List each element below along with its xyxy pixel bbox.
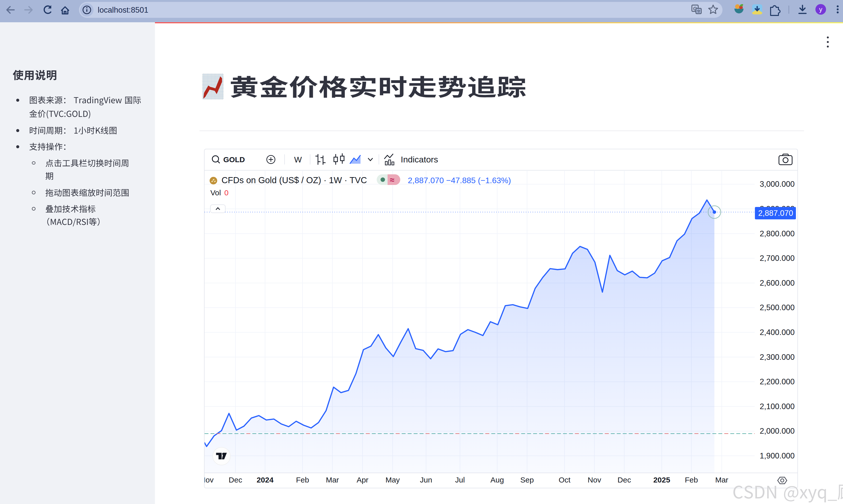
svg-text:Jun: Jun (420, 475, 432, 484)
svg-text:3,000.000: 3,000.000 (760, 179, 795, 188)
svg-text:W: W (294, 155, 302, 164)
svg-text:2,000.000: 2,000.000 (760, 426, 795, 435)
svg-text:Aug: Aug (490, 475, 504, 484)
svg-text:Sep: Sep (520, 475, 534, 484)
svg-text:Dec: Dec (229, 475, 242, 484)
svg-text:May: May (386, 475, 400, 484)
svg-text:0: 0 (224, 188, 229, 197)
svg-text:2,700.000: 2,700.000 (760, 253, 795, 263)
svg-text:Nov: Nov (205, 475, 214, 484)
svg-text:2,200.000: 2,200.000 (760, 377, 795, 386)
svg-text:Feb: Feb (685, 475, 698, 484)
svg-text:Vol: Vol (210, 188, 221, 197)
svg-text:2,500.000: 2,500.000 (760, 303, 795, 312)
svg-text:Apr: Apr (357, 475, 369, 484)
svg-text:y: y (819, 6, 823, 13)
svg-text:2,800.000: 2,800.000 (760, 229, 795, 238)
svg-text:localhost:8501: localhost:8501 (98, 5, 148, 14)
svg-text:2,600.000: 2,600.000 (760, 278, 795, 287)
svg-text:GOLD: GOLD (223, 155, 245, 163)
svg-text:Jul: Jul (455, 475, 465, 484)
svg-text:2,300.000: 2,300.000 (760, 353, 795, 361)
svg-text:≈: ≈ (390, 175, 394, 184)
svg-text:2,400.000: 2,400.000 (760, 328, 795, 337)
svg-text:Oct: Oct (559, 475, 570, 484)
svg-text:Mar: Mar (326, 475, 339, 484)
svg-text:Indicators: Indicators (401, 154, 438, 164)
svg-text:2,887.070: 2,887.070 (758, 209, 793, 217)
svg-text:1,900.000: 1,900.000 (760, 451, 795, 460)
svg-text:CFDs on Gold (US$ / OZ) · 1W ·: CFDs on Gold (US$ / OZ) · 1W · TVC (222, 175, 367, 185)
svg-text:2,887.070 −47.885 (−1.63%): 2,887.070 −47.885 (−1.63%) (408, 176, 511, 185)
svg-text:Feb: Feb (296, 475, 309, 484)
svg-text:2024: 2024 (257, 475, 274, 484)
svg-text:2,100.000: 2,100.000 (760, 402, 795, 411)
svg-text:Mar: Mar (715, 475, 728, 484)
svg-text:2025: 2025 (653, 475, 670, 484)
svg-text:Dec: Dec (617, 475, 631, 484)
svg-text:Nov: Nov (587, 475, 601, 484)
